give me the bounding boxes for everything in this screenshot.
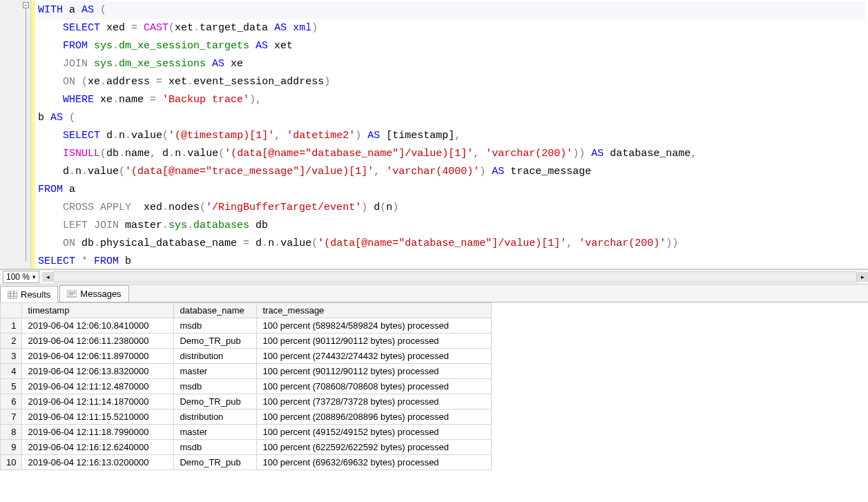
tab-messages-label: Messages xyxy=(80,289,121,299)
cell-database-name[interactable]: Demo_TR_pub xyxy=(174,334,257,349)
sql-editor-pane: − WITH a AS ( SELECT xed = CAST(xet.targ… xyxy=(0,0,868,269)
cell-database-name[interactable]: msdb xyxy=(174,318,257,334)
cell-database-name[interactable]: master xyxy=(174,364,257,379)
cell-trace-message[interactable]: 100 percent (69632/69632 bytes) processe… xyxy=(257,455,492,470)
results-grid[interactable]: timestamp database_name trace_message 12… xyxy=(0,302,492,470)
zoom-dropdown[interactable]: 100 % ▾ xyxy=(3,271,39,283)
table-row[interactable]: 102019-06-04 12:16:13.0200000Demo_TR_pub… xyxy=(1,455,492,470)
horizontal-scrollbar[interactable] xyxy=(53,271,857,282)
row-header[interactable]: 5 xyxy=(1,379,22,394)
cell-timestamp[interactable]: 2019-06-04 12:06:13.8320000 xyxy=(22,364,174,379)
cell-trace-message[interactable]: 100 percent (90112/90112 bytes) processe… xyxy=(257,364,492,379)
cell-timestamp[interactable]: 2019-06-04 12:06:10.8410000 xyxy=(22,318,174,334)
table-row[interactable]: 72019-06-04 12:11:15.5210000distribution… xyxy=(1,409,492,425)
grid-header-row: timestamp database_name trace_message xyxy=(1,303,492,318)
cell-trace-message[interactable]: 100 percent (90112/90112 bytes) processe… xyxy=(257,334,492,349)
row-header[interactable]: 8 xyxy=(1,425,22,440)
cell-timestamp[interactable]: 2019-06-04 12:16:13.0200000 xyxy=(22,455,174,470)
results-tab-strip: Results Messages xyxy=(0,284,868,302)
cell-timestamp[interactable]: 2019-06-04 12:06:11.2380000 xyxy=(22,334,174,349)
row-header[interactable]: 1 xyxy=(1,318,22,334)
cell-timestamp[interactable]: 2019-06-04 12:11:18.7990000 xyxy=(22,425,174,440)
table-row[interactable]: 52019-06-04 12:11:12.4870000msdb100 perc… xyxy=(1,379,492,394)
column-header-timestamp[interactable]: timestamp xyxy=(22,303,174,318)
cell-database-name[interactable]: master xyxy=(174,425,257,440)
sql-code-area[interactable]: WITH a AS ( SELECT xed = CAST(xet.target… xyxy=(35,0,868,269)
row-header[interactable]: 4 xyxy=(1,364,22,379)
table-row[interactable]: 32019-06-04 12:06:11.8970000distribution… xyxy=(1,349,492,364)
cell-trace-message[interactable]: 100 percent (622592/622592 bytes) proces… xyxy=(257,440,492,455)
cell-database-name[interactable]: distribution xyxy=(174,349,257,364)
cell-database-name[interactable]: Demo_TR_pub xyxy=(174,394,257,409)
cell-trace-message[interactable]: 100 percent (73728/73728 bytes) processe… xyxy=(257,394,492,409)
cell-database-name[interactable]: msdb xyxy=(174,440,257,455)
cell-timestamp[interactable]: 2019-06-04 12:11:12.4870000 xyxy=(22,379,174,394)
cell-database-name[interactable]: msdb xyxy=(174,379,257,394)
cell-database-name[interactable]: distribution xyxy=(174,409,257,425)
grid-corner[interactable] xyxy=(1,303,22,318)
editor-footer-bar: 100 % ▾ ◂ ▸ xyxy=(0,269,868,284)
cell-trace-message[interactable]: 100 percent (274432/274432 bytes) proces… xyxy=(257,349,492,364)
chevron-down-icon: ▾ xyxy=(32,273,36,280)
cell-timestamp[interactable]: 2019-06-04 12:11:15.5210000 xyxy=(22,409,174,425)
table-row[interactable]: 62019-06-04 12:11:14.1870000Demo_TR_pub1… xyxy=(1,394,492,409)
svg-rect-0 xyxy=(8,291,17,299)
scroll-left-button[interactable]: ◂ xyxy=(42,272,53,282)
cell-trace-message[interactable]: 100 percent (49152/49152 bytes) processe… xyxy=(257,425,492,440)
table-row[interactable]: 22019-06-04 12:06:11.2380000Demo_TR_pub1… xyxy=(1,334,492,349)
messages-icon xyxy=(67,290,77,298)
cell-trace-message[interactable]: 100 percent (708608/708608 bytes) proces… xyxy=(257,379,492,394)
table-row[interactable]: 42019-06-04 12:06:13.8320000master100 pe… xyxy=(1,364,492,379)
cell-timestamp[interactable]: 2019-06-04 12:16:12.6240000 xyxy=(22,440,174,455)
cell-timestamp[interactable]: 2019-06-04 12:06:11.8970000 xyxy=(22,349,174,364)
table-row[interactable]: 92019-06-04 12:16:12.6240000msdb100 perc… xyxy=(1,440,492,455)
column-header-database-name[interactable]: database_name xyxy=(174,303,257,318)
cell-trace-message[interactable]: 100 percent (208896/208896 bytes) proces… xyxy=(257,409,492,425)
cell-database-name[interactable]: Demo_TR_pub xyxy=(174,455,257,470)
collapse-toggle[interactable]: − xyxy=(23,2,29,8)
row-header[interactable]: 2 xyxy=(1,334,22,349)
grid-icon xyxy=(8,291,17,299)
outline-guide xyxy=(26,6,26,261)
row-header[interactable]: 3 xyxy=(1,349,22,364)
row-header[interactable]: 6 xyxy=(1,394,22,409)
table-row[interactable]: 82019-06-04 12:11:18.7990000master100 pe… xyxy=(1,425,492,440)
cell-trace-message[interactable]: 100 percent (589824/589824 bytes) proces… xyxy=(257,318,492,334)
row-header[interactable]: 7 xyxy=(1,409,22,425)
tab-messages[interactable]: Messages xyxy=(59,285,128,302)
table-row[interactable]: 12019-06-04 12:06:10.8410000msdb100 perc… xyxy=(1,318,492,334)
zoom-value: 100 % xyxy=(6,272,30,282)
editor-gutter: − xyxy=(0,0,31,269)
results-grid-pane: timestamp database_name trace_message 12… xyxy=(0,302,868,502)
row-header[interactable]: 10 xyxy=(1,455,22,470)
tab-results-label: Results xyxy=(21,289,50,300)
row-header[interactable]: 9 xyxy=(1,440,22,455)
cell-timestamp[interactable]: 2019-06-04 12:11:14.1870000 xyxy=(22,394,174,409)
tab-results[interactable]: Results xyxy=(0,286,58,302)
scroll-right-button[interactable]: ▸ xyxy=(857,272,868,282)
column-header-trace-message[interactable]: trace_message xyxy=(257,303,492,318)
